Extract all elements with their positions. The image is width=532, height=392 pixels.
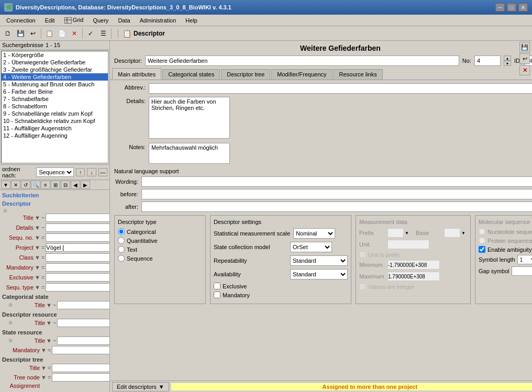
rsts-save-button[interactable]: 💾: [519, 42, 530, 52]
abbrev-input[interactable]: [149, 83, 532, 94]
toolbar-new-button[interactable]: 🗋: [2, 28, 14, 39]
menu-help[interactable]: Help: [181, 16, 202, 25]
filter-next-button[interactable]: ▶: [81, 181, 90, 189]
tab-modifier-frequency[interactable]: Modifier/Frequency: [271, 69, 332, 80]
rsts-delete-button[interactable]: ✕: [519, 65, 530, 75]
list-item[interactable]: 5 - Musterung auf Brust oder Bauch: [2, 81, 108, 88]
toolbar-check-button[interactable]: ✓: [85, 28, 96, 39]
sc-seqno-input[interactable]: [46, 233, 109, 242]
menu-query[interactable]: Query: [88, 16, 113, 25]
sc-dt-title-input[interactable]: [52, 364, 109, 372]
rsts-undo-button[interactable]: ↩: [519, 53, 530, 64]
tab-main-attributes[interactable]: Main attributes: [112, 68, 161, 80]
list-item-selected[interactable]: 4 - Weitere Gefiederfarben: [2, 73, 108, 81]
filter-clear-button[interactable]: ✕: [11, 181, 20, 189]
minimize-button[interactable]: ─: [495, 3, 505, 12]
menu-edit[interactable]: Edit: [41, 16, 59, 25]
filter-list-button[interactable]: ≡: [41, 181, 50, 189]
menu-administration[interactable]: Administration: [136, 16, 181, 25]
enable-ambiguity-checkbox[interactable]: [479, 246, 485, 253]
sort-select[interactable]: Sequence: [36, 167, 74, 177]
filter-search-button[interactable]: 🔍: [31, 181, 40, 189]
gap-symbol-input[interactable]: [512, 266, 532, 276]
toolbar-save-button[interactable]: 💾: [15, 28, 26, 39]
nucleotide-row: Nucleotide sequence: [479, 228, 532, 235]
maximize-button[interactable]: □: [507, 3, 516, 12]
sc-dr-title-input[interactable]: [57, 319, 109, 327]
filter-prev-button[interactable]: ◀: [71, 181, 80, 189]
unit-row: Unit: [359, 240, 467, 249]
nls-after-label: after:: [114, 204, 138, 210]
unit-label: Unit: [359, 241, 385, 248]
sc-details-input[interactable]: [46, 223, 109, 232]
no-spinner-down[interactable]: ▼: [504, 61, 511, 66]
toolbar-list-button[interactable]: ☰: [97, 28, 109, 39]
toolbar-delete-button[interactable]: ✕: [69, 28, 80, 39]
list-item[interactable]: 8 - Schnabelform: [2, 103, 108, 110]
no-spinner-up[interactable]: ▲: [504, 55, 511, 61]
list-item[interactable]: 3 - Zweite großflächige Gefiederfar: [2, 66, 108, 73]
stat-measure-select[interactable]: Nominal: [293, 228, 335, 239]
nls-wording-input[interactable]: [141, 176, 532, 187]
sc-tree-node-input[interactable]: [52, 373, 109, 382]
toolbar-paste-button[interactable]: 📄: [56, 28, 68, 39]
notes-textarea[interactable]: Mehrfachauswahl möglich: [149, 143, 230, 164]
sc-class-input[interactable]: [46, 253, 109, 262]
filter-grid-button[interactable]: ⊞: [51, 181, 60, 189]
radio-sequence[interactable]: [118, 255, 125, 262]
sort-desc-button[interactable]: ↓: [87, 168, 96, 176]
filter-button[interactable]: ▼: [1, 181, 10, 189]
list-item[interactable]: 12 - Auffälliger Augenring: [2, 132, 108, 139]
list-item[interactable]: 7 - Schnabelfarbe: [2, 95, 108, 103]
list-item[interactable]: 1 - Körpergröße: [2, 51, 108, 59]
molecular-sequence-box: Molecular sequence data Nucleotide seque…: [475, 215, 532, 304]
menu-connection[interactable]: Connection: [2, 16, 40, 25]
state-collection-select[interactable]: OrSet: [290, 242, 332, 252]
sc-sr-title-input[interactable]: [57, 337, 109, 345]
filter-refresh-button[interactable]: ↺: [21, 181, 30, 189]
filter-export-button[interactable]: ⊟: [61, 181, 70, 189]
close-button[interactable]: ✕: [518, 3, 528, 12]
gap-symbol-label: Gap symbol: [479, 268, 509, 274]
edit-descriptors-button[interactable]: Edit descriptors ▼: [112, 382, 169, 391]
tab-categorical-states[interactable]: Categorical states: [162, 69, 220, 80]
no-spinner[interactable]: ▲ ▼: [504, 55, 511, 66]
nls-before-input[interactable]: [141, 189, 532, 199]
list-item[interactable]: 10 - Schnabeldicke relativ zum Kopf: [2, 117, 108, 125]
sc-project-input[interactable]: [46, 243, 109, 252]
exclusive-checkbox[interactable]: [214, 283, 220, 289]
search-results-range: 1 - 15: [46, 42, 60, 48]
details-textarea[interactable]: Hier auch die Farben von Strichen, Ringe…: [149, 97, 230, 139]
sc-cat-title-input[interactable]: [57, 301, 109, 309]
list-item[interactable]: 2 - Überwiegende Gefiederfarbe: [2, 59, 108, 66]
sc-mandatory-sub-input[interactable]: [52, 346, 109, 354]
menu-data[interactable]: Data: [114, 16, 134, 25]
radio-text[interactable]: [118, 246, 125, 253]
symbol-length-select[interactable]: 1: [517, 255, 532, 264]
list-item[interactable]: 6 - Farbe der Beine: [2, 88, 108, 95]
sort-asc-button[interactable]: ↑: [76, 168, 85, 176]
sc-mandatory-input[interactable]: [46, 263, 109, 272]
radio-quantitative[interactable]: [118, 237, 125, 244]
menu-grid[interactable]: Grid: [60, 16, 88, 25]
radio-categorical[interactable]: [118, 228, 125, 235]
descriptor-name-input[interactable]: [145, 55, 459, 66]
mandatory-checkbox[interactable]: [214, 292, 220, 298]
tab-descriptor-tree[interactable]: Descriptor tree: [221, 69, 270, 80]
sc-exclusive-input[interactable]: [46, 273, 109, 282]
repeatability-select[interactable]: Standard: [290, 255, 348, 266]
sc-dr-icon: ⚙: [8, 320, 13, 326]
sc-sequtype-input[interactable]: [46, 283, 109, 292]
availability-select[interactable]: Standard: [290, 269, 348, 279]
search-results-list[interactable]: 1 - Körpergröße 2 - Überwiegende Gefiede…: [1, 51, 108, 163]
sort-reset-button[interactable]: —: [98, 168, 107, 176]
nls-after-input[interactable]: [141, 201, 532, 212]
list-item[interactable]: 9 - Schnabellänge relativ zum Kopf: [2, 110, 108, 117]
tab-resource-links[interactable]: Resource links: [334, 69, 383, 80]
exclusive-label: Exclusive: [223, 283, 247, 289]
list-item[interactable]: 11 - Auffälliger Augenstrich: [2, 125, 108, 132]
toolbar-copy-button[interactable]: 📋: [43, 28, 55, 39]
descriptor-no-input[interactable]: [474, 55, 501, 66]
sc-title-input[interactable]: [46, 214, 109, 222]
toolbar-undo-button[interactable]: ↩: [27, 28, 39, 39]
